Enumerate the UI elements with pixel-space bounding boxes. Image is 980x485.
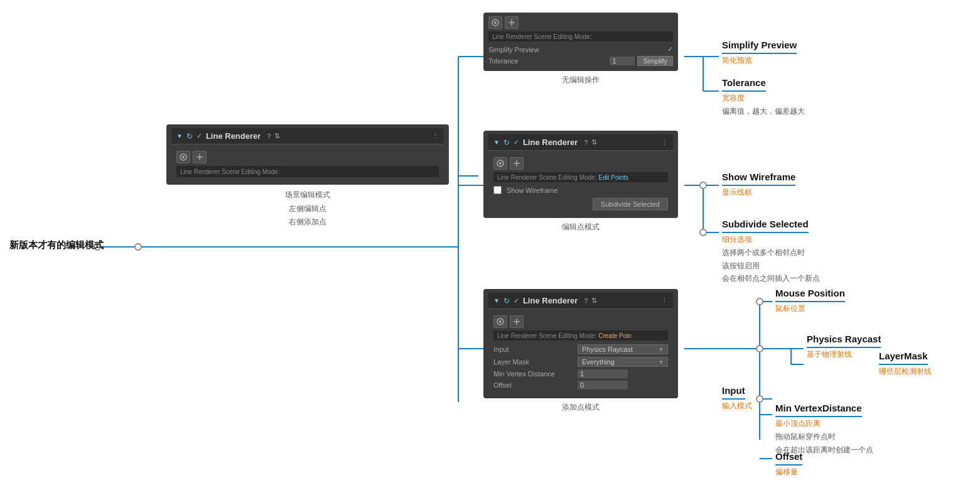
ann-simplify-preview: Simplify Preview 简化预览 (722, 38, 797, 67)
menu-dots-icon[interactable]: ⋮ (432, 132, 439, 140)
panel-left-title: Line Renderer (206, 131, 261, 141)
svg-point-28 (700, 229, 706, 236)
bot-mode-bar: Line Renderer Scene Editing Mode: Create… (493, 330, 668, 341)
svg-point-31 (757, 396, 763, 402)
svg-point-29 (757, 298, 763, 305)
offset-row: Offset (493, 379, 668, 391)
panel-bot: ▼ ↻ ✓ Line Renderer ? ⇅ ⋮ Line (483, 289, 678, 413)
panel-top: Line Renderer Scene Editing Mode: Simpli… (483, 13, 678, 85)
input-dropdown[interactable]: Physics Raycast ▼ (578, 344, 668, 354)
mid-settings-icon[interactable]: ⇅ (591, 138, 597, 146)
top-add-icon[interactable] (505, 16, 519, 29)
simplify-button[interactable]: Simplify (637, 56, 673, 66)
checkmark-left: ✓ (197, 132, 202, 140)
panel-left-mode-label: Line Renderer Scene Editing Mode: (180, 168, 279, 175)
mid-check-icon: ✓ (514, 138, 519, 146)
bot-toolbar (493, 315, 668, 328)
mid-lr-icon: ↻ (503, 138, 510, 147)
svg-point-4 (135, 244, 141, 250)
mid-help-icon[interactable]: ? (584, 139, 588, 146)
show-wireframe-checkbox[interactable] (493, 186, 502, 194)
edit-points-icon[interactable] (176, 151, 190, 163)
tolerance-input[interactable] (610, 57, 635, 65)
layer-mask-row: Layer Mask Everything ▼ (493, 356, 668, 368)
panel-mid-note: 编辑点模式 (483, 222, 678, 232)
ann-tolerance: Tolerance 宽容度 偏离值，越大，偏差越大 (722, 75, 805, 118)
ann-input: Input 输入模式 (722, 383, 752, 413)
mid-mode-bar: Line Renderer Scene Editing Mode: Edit P… (493, 172, 668, 182)
mid-mode-value: Edit Points (598, 174, 628, 181)
bot-help-icon[interactable]: ? (584, 297, 588, 305)
panel-bot-note: 添加点模式 (483, 402, 678, 413)
mid-edit-icon[interactable] (493, 157, 507, 170)
mid-chevron-icon: ▼ (493, 139, 500, 146)
panel-top-note: 无编辑操作 (483, 75, 678, 85)
panel-left: ▼ ↻ ✓ Line Renderer ? ⇅ ⋮ Line (166, 124, 449, 229)
panel-mid: ▼ ↻ ✓ Line Renderer ? ⇅ ⋮ Line (483, 131, 678, 232)
bot-settings-icon[interactable]: ⇅ (591, 297, 597, 305)
svg-point-37 (494, 21, 497, 24)
panel-top-toolbar (488, 16, 673, 29)
panel-bot-title: Line Renderer (523, 296, 578, 305)
ann-mouse-position: Mouse Position 鼠标位置 (775, 286, 845, 315)
show-wireframe-row: Show Wireframe (493, 185, 668, 195)
svg-point-30 (757, 346, 763, 352)
svg-point-33 (182, 156, 185, 158)
mid-add-icon[interactable] (510, 157, 524, 170)
tolerance-row: Tolerance Simplify (488, 55, 673, 67)
svg-point-41 (499, 162, 502, 165)
top-edit-icon[interactable] (488, 16, 502, 29)
mid-toolbar (493, 157, 668, 170)
help-icon[interactable]: ? (267, 133, 271, 140)
ann-offset: Offset 偏移量 (775, 449, 802, 479)
mid-menu-icon[interactable]: ⋮ (661, 138, 668, 146)
add-points-icon[interactable] (193, 151, 207, 163)
layer-mask-dropdown[interactable]: Everything ▼ (578, 357, 668, 367)
input-row: Input Physics Raycast ▼ (493, 343, 668, 356)
input-dropdown-arrow: ▼ (659, 347, 664, 352)
ann-show-wireframe: Show Wireframe 显示线框 (722, 170, 795, 199)
bot-check-icon: ✓ (514, 297, 519, 305)
panel-left-notes: 场景编辑模式 左侧编辑点 右侧添加点 (166, 188, 449, 229)
settings-icon[interactable]: ⇅ (274, 132, 280, 140)
line-renderer-icon: ↻ (186, 132, 193, 141)
bot-add-icon[interactable] (510, 315, 524, 328)
min-vertex-input[interactable] (578, 369, 628, 378)
offset-input[interactable] (578, 381, 628, 390)
ann-layer-mask: LayerMask 哪些层检测射线 (879, 349, 932, 378)
top-mode-bar: Line Renderer Scene Editing Mode: (488, 31, 673, 41)
bot-edit-icon[interactable] (493, 315, 507, 328)
subdivide-button[interactable]: Subdivide Selected (593, 198, 668, 210)
panel-mid-title: Line Renderer (523, 138, 578, 147)
bot-menu-icon[interactable]: ⋮ (661, 297, 668, 305)
min-vertex-row: Min Vertex Distance (493, 368, 668, 379)
panel-mid-header: ▼ ↻ ✓ Line Renderer ? ⇅ ⋮ (488, 134, 673, 151)
panel-left-toolbar (176, 151, 439, 163)
layer-mask-arrow: ▼ (659, 359, 664, 365)
subdivide-row: Subdivide Selected (493, 198, 668, 210)
root-label: 新版本才有的编辑模式 (9, 237, 104, 253)
ann-physics-raycast: Physics Raycast 基于物理射线 (807, 332, 881, 361)
chevron-icon: ▼ (176, 133, 183, 139)
ann-min-vertex: Min VertexDistance 最小顶点距离 拖动鼠标穿件点时 会在超出该… (775, 401, 873, 456)
panel-bot-header: ▼ ↻ ✓ Line Renderer ? ⇅ ⋮ (488, 293, 673, 309)
svg-point-27 (700, 182, 706, 188)
bot-lr-icon: ↻ (503, 297, 510, 305)
simplify-preview-row: Simplify Preview ✓ (488, 44, 673, 55)
bot-chevron-icon: ▼ (493, 297, 500, 304)
simplify-preview-check[interactable]: ✓ (667, 45, 673, 53)
ann-subdivide-selected: Subdivide Selected 细分选项 选择两个或多个相邻点时 该按钮启… (722, 217, 820, 285)
svg-point-45 (499, 320, 502, 323)
bot-mode-value: Create Poin (598, 332, 632, 339)
